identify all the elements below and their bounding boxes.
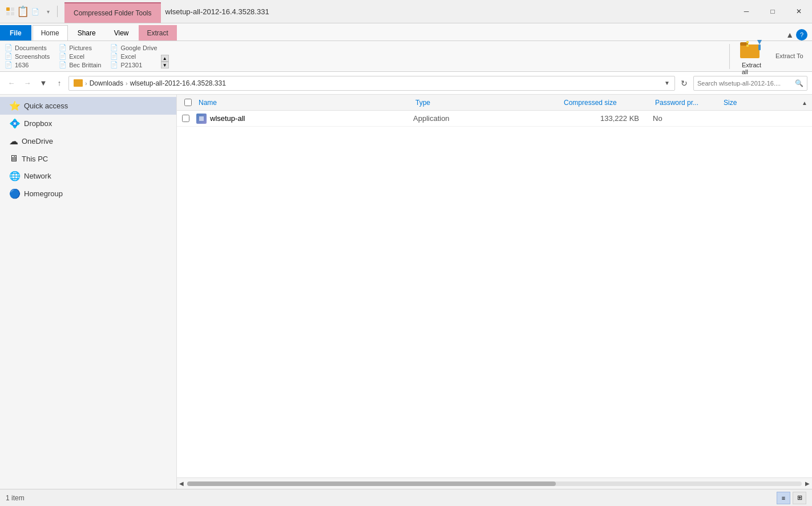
scrollbar-col: ▲ ▼ xyxy=(161,44,169,68)
search-input[interactable] xyxy=(697,80,793,87)
scrollbar-track[interactable] xyxy=(187,481,802,486)
status-bar: 1 item ≡ ⊞ xyxy=(0,489,812,506)
network-icon: 🌐 xyxy=(9,171,21,181)
path-downloads: Downloads xyxy=(90,79,123,87)
quick-access-icon: ⭐ xyxy=(9,100,21,111)
large-icons-view-btn[interactable]: ⊞ xyxy=(793,492,806,504)
status-item-count: 1 item xyxy=(6,494,25,502)
toolbar-icon-4[interactable]: ▾ xyxy=(42,6,54,17)
horizontal-scrollbar[interactable]: ◀ ▶ xyxy=(177,477,812,489)
tab-share[interactable]: Share xyxy=(69,25,104,41)
toolbar-icon-1[interactable] xyxy=(5,6,16,17)
tab-file[interactable]: File xyxy=(0,25,31,41)
quick-item-excel[interactable]: 📄 Excel xyxy=(59,52,101,60)
quick-item-googledrive[interactable]: 📄 Google Drive xyxy=(110,44,157,51)
extract-all-label: Extractall xyxy=(742,62,761,75)
p21301-icon: 📄 xyxy=(110,61,118,68)
svg-rect-0 xyxy=(6,7,10,11)
ribbon-col-3: 📄 Google Drive 📄 Excel 📄 P21301 xyxy=(110,44,157,68)
col-header-type[interactable]: Type xyxy=(413,99,561,107)
ribbon-separator xyxy=(729,44,730,69)
sidebar-label-dropbox: Dropbox xyxy=(24,119,52,128)
tab-extract[interactable]: Extract xyxy=(139,25,177,41)
sidebar-item-quick-access[interactable]: ⭐ Quick access xyxy=(0,97,176,115)
details-view-btn[interactable]: ≡ xyxy=(777,492,790,504)
help-button[interactable]: ? xyxy=(796,29,807,41)
search-box[interactable]: 🔍 xyxy=(693,76,807,91)
path-folder-icon xyxy=(74,79,83,87)
ribbon-content: 📄 Documents 📄 Screenshots 📄 1636 📄 Pictu… xyxy=(0,41,812,71)
sidebar-label-homegroup: Homegroup xyxy=(24,189,63,198)
path-dropdown-arrow[interactable]: ▼ xyxy=(664,80,670,86)
ribbon-tabs: File Home Share View Extract ▲ ? xyxy=(0,23,812,41)
address-bar: ← → ▼ ↑ › Downloads › wlsetup-all-2012-1… xyxy=(0,72,812,95)
scroll-right-btn[interactable]: ▶ xyxy=(803,478,812,489)
quick-access-toolbar: 📋 📄 ▾ xyxy=(5,6,60,17)
scroll-down-btn[interactable]: ▼ xyxy=(161,62,169,68)
quick-item-bec[interactable]: 📄 Bec Brittain xyxy=(59,61,101,68)
svg-marker-8 xyxy=(757,40,762,44)
close-button[interactable]: ✕ xyxy=(786,0,812,23)
refresh-button[interactable]: ↻ xyxy=(677,76,691,90)
screenshots-icon: 📄 xyxy=(5,52,13,60)
ribbon: File Home Share View Extract ▲ ? 📄 Docum… xyxy=(0,23,812,72)
quick-item-p21301[interactable]: 📄 P21301 xyxy=(110,61,157,68)
svg-rect-2 xyxy=(6,12,10,15)
app-icon-inner xyxy=(199,116,204,121)
maximize-button[interactable]: □ xyxy=(760,0,786,23)
title-bar-controls: ─ □ ✕ xyxy=(733,0,812,23)
window-title: wlsetup-all-2012-16.4.3528.331 xyxy=(161,0,733,23)
toolbar-icon-2[interactable]: 📋 xyxy=(17,6,29,17)
header-collapse-btn[interactable]: ▲ xyxy=(802,99,807,106)
tab-home[interactable]: Home xyxy=(33,25,68,41)
this-pc-icon: 🖥 xyxy=(9,153,18,164)
row-checkbox[interactable] xyxy=(177,115,194,122)
ribbon-col-1: 📄 Documents 📄 Screenshots 📄 1636 xyxy=(5,44,50,68)
select-all-input[interactable] xyxy=(184,99,192,106)
col-header-compressed[interactable]: Compressed size xyxy=(561,99,653,107)
quick-item-documents[interactable]: 📄 Documents xyxy=(5,44,50,51)
compressed-folder-tab[interactable]: Compressed Folder Tools xyxy=(64,2,161,23)
bec-icon: 📄 xyxy=(59,61,67,68)
quick-item-pictures[interactable]: 📄 Pictures xyxy=(59,44,101,51)
table-row[interactable]: wlsetup-all Application 133,222 KB No xyxy=(177,111,812,127)
quick-item-excel2[interactable]: 📄 Excel xyxy=(110,52,157,60)
sidebar-item-network[interactable]: 🌐 Network xyxy=(0,167,176,185)
sidebar-item-homegroup[interactable]: 🔵 Homegroup xyxy=(0,185,176,203)
scroll-up-btn[interactable]: ▲ xyxy=(161,55,169,62)
sidebar-label-network: Network xyxy=(24,172,51,180)
path-folder: wlsetup-all-2012-16.4.3528.331 xyxy=(130,79,226,87)
folder-1636-icon: 📄 xyxy=(5,61,13,68)
quick-item-1636[interactable]: 📄 1636 xyxy=(5,61,50,68)
sidebar-item-onedrive[interactable]: ☁ OneDrive xyxy=(0,132,176,150)
forward-button[interactable]: → xyxy=(21,76,34,90)
tab-view[interactable]: View xyxy=(106,25,138,41)
col-header-name[interactable]: Name xyxy=(196,99,413,107)
select-all-checkbox[interactable] xyxy=(179,99,196,106)
ribbon-extract-section: Extractall xyxy=(734,38,769,75)
col-header-size[interactable]: Size xyxy=(721,99,767,107)
column-header: Name Type Compressed size Password pr...… xyxy=(177,95,812,111)
dropbox-icon: 💠 xyxy=(9,118,21,129)
up-button[interactable]: ↑ xyxy=(52,76,66,90)
file-rows: wlsetup-all Application 133,222 KB No xyxy=(177,111,812,477)
sidebar-item-dropbox[interactable]: 💠 Dropbox xyxy=(0,115,176,132)
column-header-inner: Name Type Compressed size Password pr...… xyxy=(177,99,812,107)
dropdown-button[interactable]: ▼ xyxy=(37,76,50,90)
scroll-left-btn[interactable]: ◀ xyxy=(177,478,186,489)
scrollbar-thumb[interactable] xyxy=(187,481,556,486)
sidebar-item-this-pc[interactable]: 🖥 This PC xyxy=(0,150,176,167)
extract-all-button[interactable]: Extractall xyxy=(739,38,764,75)
minimize-button[interactable]: ─ xyxy=(733,0,760,23)
sidebar: ⭐ Quick access 💠 Dropbox ☁ OneDrive 🖥 Th… xyxy=(0,95,177,489)
quick-item-screenshots[interactable]: 📄 Screenshots xyxy=(5,52,50,60)
ribbon-collapse-btn[interactable]: ▲ xyxy=(786,30,794,39)
row-checkbox-input[interactable] xyxy=(182,115,189,122)
compressed-folder-tab-label: Compressed Folder Tools xyxy=(74,9,152,17)
back-button[interactable]: ← xyxy=(5,76,18,90)
toolbar-icon-3[interactable]: 📄 xyxy=(30,6,41,17)
svg-rect-9 xyxy=(758,44,761,50)
address-path[interactable]: › Downloads › wlsetup-all-2012-16.4.3528… xyxy=(68,76,675,91)
ribbon-col-2: 📄 Pictures 📄 Excel 📄 Bec Brittain xyxy=(59,44,101,68)
col-header-password[interactable]: Password pr... xyxy=(653,99,721,107)
